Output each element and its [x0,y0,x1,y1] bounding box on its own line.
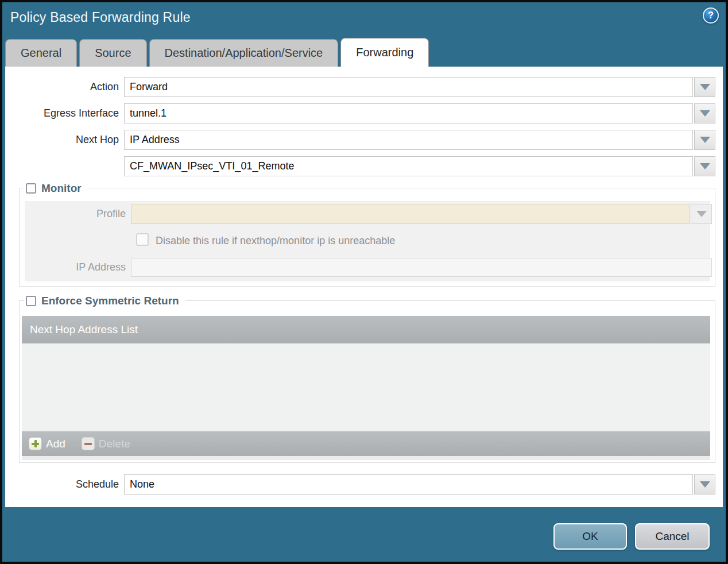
egress-interface-combo: tunnel.1 [124,103,715,123]
chevron-down-icon [696,211,707,217]
action-combo: Forward [124,77,715,97]
enforce-symmetric-return-legend-label: Enforce Symmetric Return [41,295,179,307]
chevron-down-icon [700,110,710,117]
profile-dropdown-button [691,204,712,224]
action-select[interactable]: Forward [124,77,693,97]
help-icon[interactable]: ? [703,7,719,24]
minus-icon [82,437,95,450]
schedule-label: Schedule [5,478,119,490]
monitor-legend: Monitor [24,180,88,196]
chevron-down-icon [700,163,710,169]
profile-label: Profile [5,208,126,220]
disable-rule-label: Disable this rule if nexthop/monitor ip … [156,235,395,247]
monitor-legend-label: Monitor [41,182,82,195]
tab-forwarding[interactable]: Forwarding [340,38,429,67]
add-button[interactable]: Add [29,437,65,450]
action-dropdown-button[interactable] [694,77,715,97]
chevron-down-icon [700,481,710,488]
schedule-combo: None [124,474,715,495]
schedule-select[interactable]: None [124,474,693,495]
enforce-symmetric-return-legend: Enforce Symmetric Return [24,293,185,308]
chevron-down-icon [700,137,710,143]
egress-interface-dropdown-button[interactable] [694,103,715,123]
next-hop-type-select[interactable]: IP Address [124,130,693,150]
dialog-title: Policy Based Forwarding Rule [10,0,191,34]
forwarding-tab-panel: Action Forward Egress Interface tunnel.1… [5,67,723,507]
egress-interface-select[interactable]: tunnel.1 [124,103,693,123]
next-hop-address-combo: CF_MWAN_IPsec_VTI_01_Remote [124,156,715,176]
schedule-dropdown-button[interactable] [694,474,715,495]
action-label: Action [5,81,119,93]
chevron-down-icon [700,84,710,90]
add-button-label: Add [46,438,65,450]
plus-icon [29,437,42,450]
monitor-ip-address-label: IP Address [5,261,126,273]
next-hop-type-dropdown-button[interactable] [694,130,715,150]
ok-button[interactable]: OK [553,523,627,550]
next-hop-address-select[interactable]: CF_MWAN_IPsec_VTI_01_Remote [124,156,693,176]
enforce-symmetric-return-checkbox[interactable] [26,296,36,306]
dialog-titlebar: Policy Based Forwarding Rule ? [0,0,728,34]
profile-combo [131,204,712,224]
next-hop-address-list-body [22,343,710,431]
next-hop-address-list-header: Next Hop Address List [22,316,710,343]
cancel-button[interactable]: Cancel [635,523,710,550]
next-hop-type-combo: IP Address [124,130,715,150]
delete-button: Delete [82,437,130,450]
table-bottom-strip [22,456,710,460]
next-hop-address-dropdown-button[interactable] [694,156,715,176]
tab-bar: General Source Destination/Application/S… [5,38,429,67]
next-hop-address-list-toolbar: Add Delete [22,431,710,456]
tab-general[interactable]: General [5,39,77,67]
pbf-rule-dialog: Policy Based Forwarding Rule ? General S… [0,0,728,564]
monitor-ip-address-input [131,258,712,277]
disable-rule-checkbox [136,233,149,246]
next-hop-address-list-table: Next Hop Address List Add Delete [22,316,710,460]
egress-interface-label: Egress Interface [5,107,119,119]
profile-select [131,204,690,224]
monitor-checkbox[interactable] [26,183,36,194]
delete-button-label: Delete [99,438,130,450]
tab-source[interactable]: Source [79,39,146,67]
tab-destination-application-service[interactable]: Destination/Application/Service [149,39,339,67]
next-hop-label: Next Hop [5,134,119,146]
